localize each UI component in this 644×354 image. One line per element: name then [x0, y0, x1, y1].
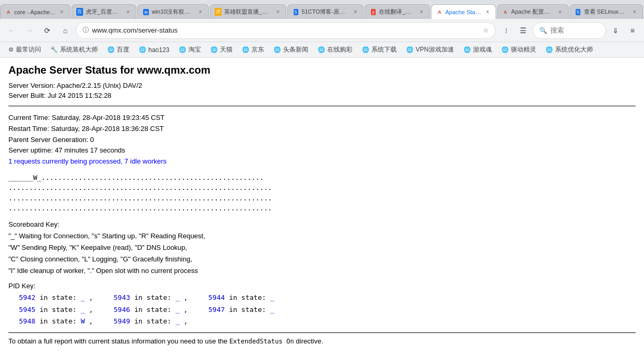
bookmark-icon-3: 🌐 — [139, 46, 146, 53]
pid-cell-2-0: 5948 in state: W , — [19, 316, 114, 327]
pid-cell-0-0: 5942 in state: _ , — [19, 292, 114, 304]
tab-favicon-3: 虎 — [215, 8, 222, 16]
bookmark-10[interactable]: 🌐VPN游戏加速 — [402, 44, 458, 55]
bookmark-8[interactable]: 🌐在线购彩 — [314, 44, 357, 55]
tab-favicon-4: 5 — [292, 8, 299, 16]
page-title: Apache Server Status for www.qmx.com — [8, 64, 636, 76]
page-content: Apache Server Status for www.qmx.com Ser… — [0, 58, 644, 352]
scoreboard-line-2: ........................................… — [8, 193, 636, 204]
tab-close-6[interactable]: × — [484, 8, 491, 16]
bookmark-label-12: 驱动精灵 — [511, 45, 536, 54]
bookmark-9[interactable]: 🌐系统下载 — [358, 44, 401, 55]
tab-close-7[interactable]: × — [557, 8, 564, 16]
search-bar: 🔍 — [532, 22, 606, 39]
refresh-button[interactable]: ⟳ — [40, 23, 55, 38]
tab-close-2[interactable]: × — [197, 8, 204, 16]
parent-server: Parent Server Generation: 0 — [8, 135, 636, 146]
pid-row-1: 5945 in state: _ , 5946 in state: _ , 59… — [19, 304, 636, 316]
server-version: Server Version: Apache/2.2.15 (Unix) DAV… — [8, 82, 636, 89]
pid-row-0: 5942 in state: _ , 5943 in state: _ , 59… — [19, 292, 636, 304]
tab-3[interactable]: 虎英雄联盟直播_英…× — [210, 4, 286, 19]
footer-text-after: directive. — [296, 337, 323, 345]
home-button[interactable]: ⌂ — [58, 23, 73, 38]
bookmark-0[interactable]: ⚙最常访问 — [4, 44, 45, 55]
tab-2[interactable]: wwin10没有权限…× — [137, 4, 208, 19]
scoreboard-key-title: Scoreboard Key: — [8, 219, 636, 230]
bookmark-icon-11: 🌐 — [464, 46, 471, 53]
bookmarks-bar: ⚙最常访问🔧系统装机大师🌐百度🌐hao123🌐淘宝🌐天猫🌐京东🌐头条新闻🌐在线购… — [0, 42, 644, 58]
bookmark-1[interactable]: 🔧系统装机大师 — [46, 44, 102, 55]
bookmark-4[interactable]: 🌐淘宝 — [175, 44, 205, 55]
bookmark-icon-7: 🌐 — [274, 46, 281, 53]
server-uptime: Server uptime: 47 minutes 17 seconds — [8, 145, 636, 156]
pid-cell-0-2: 5944 in state: _ — [208, 292, 303, 304]
scoreboard-line-3: ........................................… — [8, 203, 636, 214]
bookmark-12[interactable]: 🌐驱动精灵 — [497, 44, 540, 55]
bookmark-icon-13: 🌐 — [546, 46, 553, 53]
download-icon-button[interactable]: ⇓ — [608, 23, 623, 38]
tab-favicon-7: A — [502, 8, 509, 16]
pid-table: 5942 in state: _ , 5943 in state: _ , 59… — [8, 292, 636, 327]
pid-cell-1-1: 5946 in state: _ , — [114, 304, 208, 316]
divider-1 — [8, 106, 636, 106]
more-icon-button[interactable]: ≡ — [625, 23, 640, 38]
bookmark-icon-5: 🌐 — [210, 46, 218, 53]
tab-7[interactable]: AApache 配置虚…× — [497, 4, 569, 19]
tab-close-5[interactable]: × — [418, 8, 425, 16]
pid-cell-0-1: 5943 in state: _ , — [114, 292, 208, 304]
bookmark-label-5: 天猫 — [220, 45, 233, 54]
grid-icon-button[interactable]: ⁝ — [499, 23, 514, 38]
tab-close-4[interactable]: × — [351, 8, 359, 16]
tab-8[interactable]: 5查看 SELinux状…× — [570, 4, 643, 19]
scoreboard-key-line-0: "_" Waiting for Connection, "s" Starting… — [8, 230, 636, 242]
tab-close-0[interactable]: × — [58, 8, 66, 16]
address-bar: ⓘ ☆ — [76, 22, 496, 39]
bookmark-13[interactable]: 🌐系统优化大师 — [541, 44, 597, 55]
bookmark-label-3: hao123 — [148, 46, 169, 54]
tab-label-4: 51CTO博客-原创… — [301, 8, 349, 16]
tab-1[interactable]: 百虎牙_百度搜索× — [72, 4, 137, 19]
bookmark-7[interactable]: 🌐头条新闻 — [269, 44, 313, 55]
tab-favicon-2: w — [142, 8, 149, 16]
tab-close-3[interactable]: × — [274, 8, 281, 16]
tab-favicon-6: A — [436, 8, 443, 16]
tab-0[interactable]: Acore - Apache …× — [0, 4, 71, 19]
scoreboard-key-line-1: "W" Sending Reply, "K" Keepalive (read),… — [8, 242, 636, 254]
bookmark-icon-0: ⚙ — [8, 46, 14, 53]
bookmark-6[interactable]: 🌐京东 — [238, 44, 268, 55]
tab-5[interactable]: y在线翻译_有道× — [365, 4, 430, 19]
tab-6[interactable]: AApache Status× — [431, 4, 496, 19]
address-input[interactable] — [92, 26, 480, 34]
bookmark-icon-10: 🌐 — [406, 46, 414, 53]
tab-label-1: 虎牙_百度搜索 — [86, 8, 123, 16]
bookmark-icon-8: 🌐 — [318, 46, 325, 53]
bookmark-5[interactable]: 🌐天猫 — [206, 44, 237, 55]
bookmark-icon-6: 🌐 — [242, 46, 249, 53]
bookmark-label-0: 最常访问 — [16, 45, 41, 54]
tab-label-8: 查看 SELinux状… — [584, 8, 629, 16]
back-button[interactable]: ← — [4, 23, 19, 38]
pid-cell-2-1: 5949 in state: _ , — [114, 316, 208, 327]
bookmark-11[interactable]: 🌐游戏魂 — [459, 44, 496, 55]
bookmark-star-icon[interactable]: ☆ — [483, 27, 489, 34]
forward-button[interactable]: → — [22, 23, 37, 38]
pid-cell-1-2: 5947 in state: _ — [208, 304, 303, 316]
bookmark-label-1: 系统装机大师 — [60, 45, 98, 54]
browser-chrome: Acore - Apache …×百虎牙_百度搜索×wwin10没有权限…×虎英… — [0, 0, 644, 58]
tab-favicon-1: 百 — [76, 8, 84, 16]
bookmark-label-4: 淘宝 — [188, 45, 201, 54]
tab-4[interactable]: 551CTO博客-原创…× — [287, 4, 364, 19]
menu-icon-button[interactable]: ☰ — [516, 23, 530, 38]
scoreboard-key-section: Scoreboard Key: "_" Waiting for Connecti… — [8, 219, 636, 277]
footer-text-before: To obtain a full report with current sta… — [8, 337, 227, 345]
tab-favicon-5: y — [369, 8, 377, 16]
bookmark-2[interactable]: 🌐百度 — [103, 44, 134, 55]
tab-favicon-0: A — [5, 8, 12, 16]
requests-highlight: 1 requests currently being processed, 7 … — [8, 157, 167, 165]
bookmark-3[interactable]: 🌐hao123 — [135, 45, 174, 55]
scoreboard-key-line-2: "C" Closing connection, "L" Logging, "G"… — [8, 254, 636, 265]
bookmark-icon-9: 🌐 — [362, 46, 369, 53]
tab-close-1[interactable]: × — [124, 8, 132, 16]
tab-close-8[interactable]: × — [631, 8, 638, 16]
bookmark-label-10: VPN游戏加速 — [416, 45, 454, 54]
